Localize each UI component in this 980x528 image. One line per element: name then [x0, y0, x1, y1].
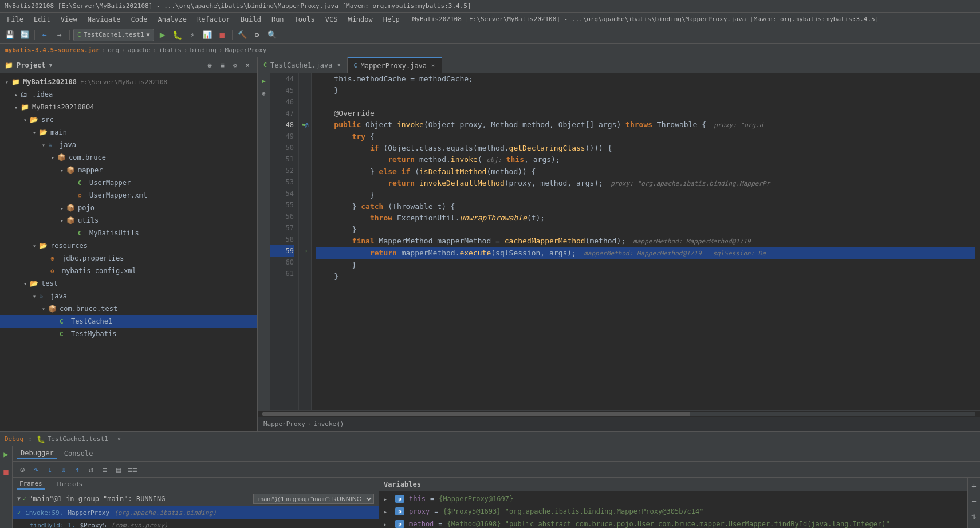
- debug-run-btn[interactable]: ▶: [259, 76, 269, 86]
- evaluate-expr-btn[interactable]: ≡: [99, 463, 111, 476]
- frame-0[interactable]: ✓ invoke:59, MapperProxy (org.apache.iba…: [13, 506, 379, 519]
- profile-button[interactable]: 📊: [201, 29, 214, 41]
- stop-button[interactable]: ■: [216, 29, 229, 41]
- trace-btn[interactable]: ≡≡: [126, 463, 139, 476]
- var-proxy[interactable]: ▸ p proxy = {$Proxy5@1693} "org.apache.i…: [379, 505, 967, 518]
- stop-debug-button[interactable]: ■: [0, 466, 13, 478]
- watch-btn[interactable]: ▤: [112, 463, 125, 476]
- toolbar: 💾 🔄 ← → C TestCache1.test1 ▼ ▶ 🐛 ⚡ 📊 ■ 🔨…: [0, 26, 980, 44]
- menu-run[interactable]: Run: [267, 14, 289, 25]
- var-method[interactable]: ▸ p method = {Method@1698} "public abstr…: [379, 518, 967, 528]
- tree-test[interactable]: ▾ 📂 test: [0, 277, 257, 290]
- menu-edit[interactable]: Edit: [29, 14, 55, 25]
- frame-1-pkg: (com.sun.proxy): [111, 522, 168, 529]
- thread-selector[interactable]: main*@1 in group "main": RUNNING: [253, 494, 374, 504]
- gutter-55: [299, 199, 311, 211]
- menu-file[interactable]: File: [2, 14, 28, 25]
- tree-root[interactable]: ▾ 📁 MyBatis202108 E:\Server\MyBatis20210…: [0, 76, 257, 88]
- tree-resources[interactable]: ▾ 📂 resources: [0, 239, 257, 252]
- run-config-selector[interactable]: C TestCache1.test1 ▼: [73, 29, 154, 41]
- tree-mybatis20210804[interactable]: ▾ 📁 MyBatis20210804: [0, 101, 257, 113]
- settings-button[interactable]: ⚙: [251, 29, 263, 41]
- jdbc-label: jdbc.properties: [62, 254, 124, 262]
- step-out-btn[interactable]: ↑: [71, 463, 84, 476]
- main-thread-item[interactable]: ▼ ✓ "main"@1 in group "main": RUNNING ma…: [13, 491, 379, 506]
- breadcrumb-org[interactable]: org: [108, 46, 119, 54]
- menu-view[interactable]: View: [56, 14, 82, 25]
- tree-mybatisutils[interactable]: ▸ C MyBatisUtils: [0, 227, 257, 239]
- close-panel-button[interactable]: ×: [242, 60, 253, 70]
- build-button[interactable]: 🔨: [236, 29, 249, 41]
- settings-gear-button[interactable]: ⚙: [230, 60, 240, 70]
- frame-1[interactable]: findById:-1, $Proxy5 (com.sun.proxy): [13, 519, 379, 528]
- var-this[interactable]: ▸ p this = {MapperProxy@1697}: [379, 492, 967, 505]
- breadcrumb-ibatis[interactable]: ibatis: [159, 46, 182, 54]
- menu-code[interactable]: Code: [127, 14, 152, 25]
- hscroll-thumb[interactable]: [262, 412, 690, 416]
- tree-jdbc-properties[interactable]: ▸ ⚙ jdbc.properties: [0, 252, 257, 265]
- breadcrumb-mapperproxy[interactable]: MapperProxy: [225, 46, 266, 54]
- menu-vcs[interactable]: VCS: [321, 14, 343, 25]
- code-content[interactable]: this.methodCache = methodCache; } @Overr…: [312, 73, 980, 410]
- tree-idea[interactable]: ▸ 🗂 .idea: [0, 88, 257, 101]
- menu-refactor[interactable]: Refactor: [192, 14, 235, 25]
- menu-window[interactable]: Window: [343, 14, 377, 25]
- debug-close-btn[interactable]: ×: [117, 435, 121, 443]
- testcache1-tab-close[interactable]: ×: [336, 61, 341, 69]
- tree-com-bruce-test[interactable]: ▾ 📦 com.bruce.test: [0, 302, 257, 315]
- tree-main[interactable]: ▾ 📂 main: [0, 126, 257, 139]
- var-this-val: {MapperProxy@1697}: [439, 495, 513, 503]
- menu-tools[interactable]: Tools: [290, 14, 320, 25]
- tree-utils[interactable]: ▾ 📦 utils: [0, 214, 257, 227]
- tab-mapperproxy[interactable]: C MapperProxy.java ×: [348, 57, 442, 73]
- tree-usermapper[interactable]: ▸ C UserMapper: [0, 176, 257, 189]
- tree-com-bruce[interactable]: ▾ 📦 com.bruce: [0, 151, 257, 164]
- step-over-btn[interactable]: ↷: [30, 463, 42, 476]
- mapperproxy-tab-close[interactable]: ×: [430, 62, 436, 69]
- forward-button[interactable]: →: [53, 29, 66, 41]
- thread-dropdown[interactable]: main*@1 in group "main": RUNNING: [253, 494, 374, 504]
- debugger-tab[interactable]: Debugger: [17, 448, 57, 459]
- frames-tab[interactable]: Frames: [17, 479, 45, 490]
- tree-usermapper-xml[interactable]: ▸ ⚙ UserMapper.xml: [0, 189, 257, 202]
- copy-watch-btn[interactable]: ⧉: [968, 525, 981, 528]
- breadcrumb-binding[interactable]: binding: [190, 46, 216, 54]
- run-to-cursor-btn[interactable]: ↺: [85, 463, 97, 476]
- tree-java-main[interactable]: ▾ ☕ java: [0, 139, 257, 151]
- tree-mapper[interactable]: ▾ 📦 mapper: [0, 164, 257, 176]
- find-button[interactable]: 🔍: [266, 29, 278, 41]
- force-step-into-btn[interactable]: ⇓: [57, 463, 70, 476]
- threads-tab[interactable]: Threads: [54, 479, 85, 489]
- menu-build[interactable]: Build: [236, 14, 266, 25]
- tree-mybatis-config[interactable]: ▸ ⚙ mybatis-config.xml: [0, 265, 257, 277]
- step-into-btn[interactable]: ↓: [44, 463, 56, 476]
- add-watch-btn[interactable]: +: [968, 480, 981, 492]
- tree-src[interactable]: ▾ 📂 src: [0, 113, 257, 126]
- run-with-coverage-button[interactable]: ⚡: [186, 29, 199, 41]
- back-button[interactable]: ←: [38, 29, 51, 41]
- resume-button[interactable]: ▶: [0, 448, 13, 460]
- scope-button[interactable]: ⊕: [204, 60, 215, 70]
- menu-help[interactable]: Help: [379, 14, 404, 25]
- tree-testcache1[interactable]: ▸ C TestCache1: [0, 315, 257, 328]
- sync-button[interactable]: 🔄: [18, 29, 31, 41]
- save-all-button[interactable]: 💾: [3, 29, 16, 41]
- console-tab[interactable]: Console: [61, 448, 97, 459]
- debug-button[interactable]: 🐛: [171, 29, 184, 41]
- sort-watch-btn[interactable]: ⇅: [968, 510, 981, 522]
- collapse-all-button[interactable]: ≡: [217, 60, 227, 70]
- tab-testcache1[interactable]: C TestCache1.java ×: [258, 57, 348, 73]
- tree-java-test[interactable]: ▾ ☕ java: [0, 290, 257, 302]
- menu-analyze[interactable]: Analyze: [153, 14, 191, 25]
- breadcrumb-jar[interactable]: mybatis-3.4.5-sources.jar: [5, 46, 100, 54]
- run-button[interactable]: ▶: [156, 29, 169, 41]
- editor-hscrollbar[interactable]: [258, 410, 980, 417]
- com-bruce-test-icon: 📦: [48, 305, 57, 313]
- remove-watch-btn[interactable]: −: [968, 495, 981, 507]
- tree-testmybatis[interactable]: ▸ C TestMybatis: [0, 328, 257, 340]
- breadcrumb-apache[interactable]: apache: [128, 46, 151, 54]
- debug-step-btn[interactable]: ⊕: [259, 88, 269, 98]
- show-exec-point-btn[interactable]: ⊙: [16, 463, 29, 476]
- menu-navigate[interactable]: Navigate: [83, 14, 125, 25]
- tree-pojo[interactable]: ▸ 📦 pojo: [0, 202, 257, 214]
